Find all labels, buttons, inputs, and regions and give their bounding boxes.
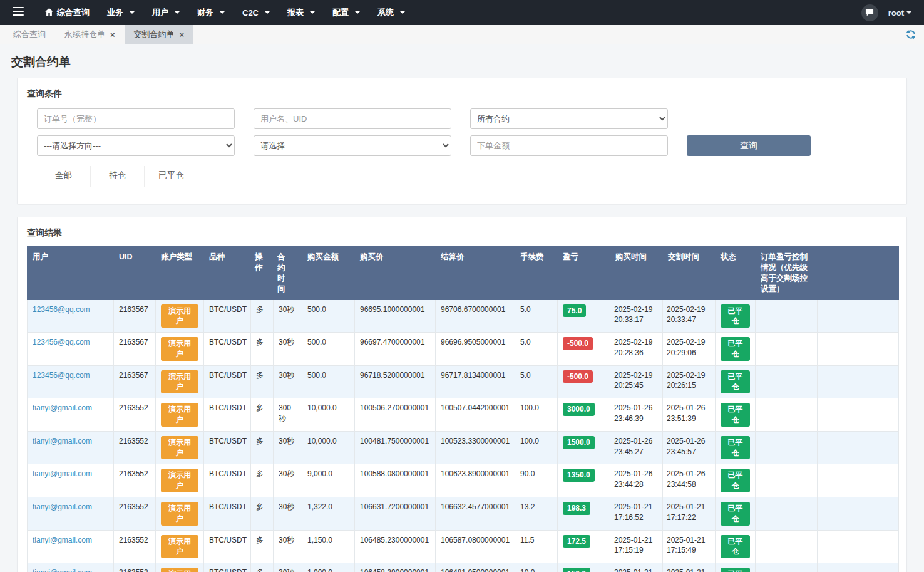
page-title: 交割合约单: [11, 54, 924, 70]
username-uid-input[interactable]: [254, 108, 451, 129]
uid-cell: 2163552: [114, 563, 156, 572]
tab-perpetual-positions[interactable]: 永续持仓单 ×: [55, 25, 125, 44]
tab-delivery-contracts[interactable]: 交割合约单 ×: [125, 25, 194, 44]
settle-time-cell: 2025-01-2623:44:58: [663, 464, 716, 497]
direction-select[interactable]: ---请选择方向---: [37, 135, 235, 156]
user-email-link[interactable]: tianyi@gmail.com: [33, 568, 92, 572]
status-badge: 已平仓: [721, 337, 750, 361]
buy-time-cell: 2025-01-2117:15:19: [610, 530, 663, 563]
pnl-cell: 75.0: [558, 299, 610, 333]
amount-input[interactable]: [470, 135, 668, 156]
query-form: 所有合约 ---请选择方向--- 请选择 查询: [37, 108, 897, 156]
account-type-cell: 演示用户: [156, 464, 204, 497]
table-row: 123456@qq.com2163567演示用户BTC/USDT多30秒500.…: [28, 365, 899, 398]
uid-cell: 2163552: [114, 431, 156, 464]
nav-item-c2c[interactable]: C2C: [234, 0, 279, 25]
user-email-link[interactable]: 123456@qq.com: [33, 305, 90, 314]
table-row: tianyi@gmail.com2163552演示用户BTC/USDT多30秒1…: [28, 497, 899, 531]
nav-item-label: C2C: [242, 8, 259, 18]
nav-item-reports[interactable]: 报表: [279, 0, 324, 25]
symbol-cell: BTC/USDT: [204, 398, 251, 432]
duration-cell: 30秒: [274, 530, 302, 563]
uid-cell: 2163552: [114, 530, 156, 563]
status-badge: 已平仓: [721, 535, 750, 559]
pnl-control-cell: [756, 563, 818, 572]
uid-cell: 2163552: [114, 497, 156, 531]
refresh-icon[interactable]: [905, 25, 916, 44]
settle-time-cell: 2025-01-2117:17:22: [663, 497, 716, 531]
settle-price-cell: 96706.6700000001: [436, 299, 516, 333]
account-type-badge: 演示用户: [161, 304, 198, 328]
tab-composite-query[interactable]: 综合查询: [4, 25, 55, 44]
account-type-badge: 演示用户: [161, 535, 198, 559]
column-header-status: 状态: [716, 247, 756, 300]
close-icon[interactable]: ×: [180, 31, 185, 39]
close-icon[interactable]: ×: [110, 31, 115, 39]
status-select[interactable]: 请选择: [254, 135, 451, 156]
account-type-cell: 演示用户: [156, 563, 204, 572]
tab-label: 永续持仓单: [64, 29, 105, 40]
user-email-link[interactable]: tianyi@gmail.com: [33, 536, 92, 544]
settle-time-cell: 2025-01-2117:14:54: [663, 563, 716, 572]
user-menu[interactable]: root: [888, 8, 911, 18]
user-cell: 123456@qq.com: [28, 333, 114, 366]
column-header-settle-time: 交割时间: [663, 247, 716, 300]
filter-tab-holding[interactable]: 持仓: [91, 166, 145, 187]
search-button[interactable]: 查询: [687, 135, 811, 156]
nav-menu: 综合查询 业务 用户 财务 C2C 报表 配置 系统: [36, 0, 414, 25]
uid-cell: 2163552: [114, 464, 156, 497]
filler-cell: [818, 365, 899, 398]
top-navbar: 综合查询 业务 用户 财务 C2C 报表 配置 系统 root: [0, 0, 924, 25]
chevron-down-icon: [265, 11, 270, 14]
direction-cell: 多: [251, 398, 274, 432]
column-header-user: 用户: [28, 247, 114, 300]
duration-cell: 30秒: [274, 333, 302, 366]
pnl-badge: 1350.0: [563, 469, 595, 482]
duration-cell: 30秒: [274, 431, 302, 464]
chevron-down-icon: [906, 11, 911, 14]
chat-icon[interactable]: [861, 4, 878, 21]
pnl-cell: 1350.0: [558, 464, 610, 497]
amount-cell: 10,000.0: [302, 431, 355, 464]
user-email-link[interactable]: 123456@qq.com: [33, 371, 90, 380]
pnl-cell: 150.0: [558, 563, 610, 572]
nav-item-users[interactable]: 用户: [143, 0, 188, 25]
settle-time-cell: 2025-02-1920:29:06: [663, 333, 716, 366]
tab-label: 交割合约单: [134, 29, 175, 40]
buy-price-cell: 96695.1000000001: [355, 299, 436, 333]
nav-item-business[interactable]: 业务: [98, 0, 143, 25]
pnl-cell: 1500.0: [558, 431, 610, 464]
user-email-link[interactable]: 123456@qq.com: [33, 338, 90, 346]
nav-item-label: 业务: [107, 7, 123, 18]
status-cell: 已平仓: [716, 563, 756, 572]
nav-item-finance[interactable]: 财务: [188, 0, 234, 25]
pnl-cell: 3000.0: [558, 398, 610, 432]
sidebar-toggle-button[interactable]: [0, 0, 36, 25]
user-email-link[interactable]: tianyi@gmail.com: [33, 437, 92, 445]
amount-cell: 1,150.0: [302, 530, 355, 563]
nav-item-system[interactable]: 系统: [369, 0, 414, 25]
order-no-input[interactable]: [37, 108, 235, 129]
user-email-link[interactable]: tianyi@gmail.com: [33, 469, 92, 478]
pnl-control-cell: [756, 497, 818, 531]
chevron-down-icon: [130, 11, 135, 14]
filter-tab-all[interactable]: 全部: [37, 166, 91, 187]
contract-select[interactable]: 所有合约: [470, 108, 668, 129]
user-email-link[interactable]: tianyi@gmail.com: [33, 502, 92, 511]
pnl-control-cell: [756, 530, 818, 563]
filler-cell: [818, 530, 899, 563]
user-email-link[interactable]: tianyi@gmail.com: [33, 403, 92, 412]
settle-price-cell: 100623.8900000001: [436, 464, 516, 497]
duration-cell: 30秒: [274, 563, 302, 572]
nav-item-composite-query[interactable]: 综合查询: [36, 0, 98, 25]
duration-cell: 30秒: [274, 365, 302, 398]
column-header-direction: 操作: [251, 247, 274, 300]
amount-cell: 1,322.0: [302, 497, 355, 531]
direction-cell: 多: [251, 497, 274, 531]
status-badge: 已平仓: [721, 403, 750, 427]
query-panel-title: 查询条件: [27, 88, 897, 100]
filter-tab-closed[interactable]: 已平仓: [145, 166, 198, 187]
nav-item-config[interactable]: 配置: [324, 0, 369, 25]
column-header-account-type: 账户类型: [156, 247, 204, 300]
direction-cell: 多: [251, 464, 274, 497]
